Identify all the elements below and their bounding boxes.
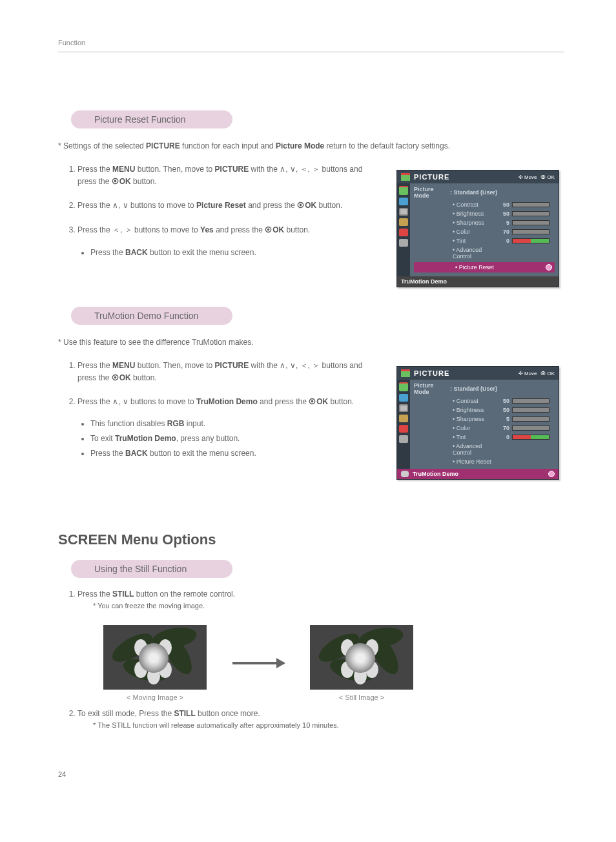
step-2: Press the ∧, ∨ buttons to move to TruMot… <box>77 396 377 460</box>
caption-still: < Still Image > <box>310 693 413 701</box>
label: Advanced Control <box>414 443 498 456</box>
txt: STILL <box>174 709 195 718</box>
val: 50 <box>498 407 509 413</box>
osd-picture-mode: Picture Mode: Standard (User) <box>414 381 555 396</box>
ok-icon: OK <box>297 201 316 210</box>
label: TruMotion Demo <box>413 471 458 477</box>
caption-moving: < Moving Image > <box>103 693 207 701</box>
txt: BACK <box>125 449 148 458</box>
txt: * Settings of the selected <box>58 141 146 150</box>
txt: TruMotion Demo <box>115 434 176 443</box>
sidebar-audio-icon <box>399 198 408 205</box>
label: Brightness <box>414 211 498 217</box>
txt: button. Then, move to <box>135 361 214 370</box>
osd-sharpness: Sharpness5 <box>414 415 555 424</box>
val: 0 <box>498 238 509 244</box>
osd-title: PICTURE <box>414 173 449 181</box>
txt: and press the <box>258 397 309 406</box>
picture-reset-steps: Press the MENU button. Then, move to PIC… <box>58 163 377 259</box>
still-figures: < Moving Image > < Still Image > <box>103 625 564 701</box>
sidebar-picture-icon <box>399 186 408 195</box>
picture-reset-note: * Settings of the selected PICTURE funct… <box>58 141 564 150</box>
label: Tint <box>414 434 498 440</box>
txt: Move <box>524 371 537 376</box>
bar <box>512 416 549 422</box>
sidebar-time-icon <box>399 404 408 412</box>
txt: Yes <box>200 225 214 234</box>
sub3: Press the BACK button to exit the menu s… <box>90 447 377 460</box>
step-1: Press the MENU button. Then, move to PIC… <box>77 360 377 384</box>
txt: To exit <box>90 434 115 443</box>
ok-icon: OK <box>112 373 131 382</box>
section-title-picture-reset: Picture Reset Function <box>71 110 232 128</box>
tint-bar <box>512 435 549 440</box>
step-3-sub: Press the BACK button to exit the menu s… <box>90 247 377 259</box>
txt: BACK <box>125 248 148 257</box>
osd-picture-reset: Picture Reset <box>414 457 555 466</box>
label: Sharpness <box>414 220 498 226</box>
osd-sharpness: Sharpness5 <box>414 218 555 227</box>
bar <box>512 202 549 207</box>
txt: button. <box>284 225 310 234</box>
txt: and press the <box>246 201 297 210</box>
osd-color: Color70 <box>414 227 555 236</box>
sidebar-info-icon <box>399 425 408 433</box>
txt: RGB <box>167 419 185 428</box>
osd-header: PICTURE MoveOK <box>397 367 559 380</box>
osd-color: Color70 <box>414 424 555 433</box>
label: Picture Reset <box>414 458 498 465</box>
bar <box>512 220 549 225</box>
label: Color <box>414 229 498 235</box>
txt: OK <box>547 371 555 376</box>
txt: Press the <box>77 361 112 370</box>
still-step-1-note: * You can freeze the moving image. <box>77 601 564 612</box>
txt: button once more. <box>196 709 260 718</box>
selection-dot-icon <box>548 471 555 477</box>
picture-icon <box>401 173 410 181</box>
osd-brightness: Brightness50 <box>414 209 555 218</box>
still-step-2-note: * The STILL function will release automa… <box>77 720 564 732</box>
txt: Press the ∧, ∨ buttons to move to <box>77 397 196 406</box>
osd-hints: MoveOK <box>518 174 555 180</box>
txt: OK <box>547 174 555 180</box>
osd-sidebar <box>397 380 410 469</box>
osd-tint: Tint0 <box>414 236 555 245</box>
txt: To exit still mode, Press the <box>77 709 174 718</box>
osd-header: PICTURE MoveOK <box>397 170 559 183</box>
osd-contrast: Contrast50 <box>414 200 555 209</box>
val: 70 <box>498 229 509 235</box>
sidebar-time-icon <box>399 208 408 216</box>
osd-advanced: Advanced Control <box>414 442 555 457</box>
txt: Press the ＜, ＞ buttons to move to <box>77 225 200 234</box>
osd-picture-mode: Picture Mode: Standard (User) <box>414 185 555 200</box>
txt: return to the default factory settings. <box>324 141 450 150</box>
sidebar-picture-icon <box>399 382 408 391</box>
txt: PICTURE <box>215 361 249 370</box>
label: Picture Reset <box>416 264 494 271</box>
osd-hints: MoveOK <box>518 371 555 376</box>
txt: button on the remote control. <box>134 590 235 599</box>
arrow-icon <box>232 662 284 664</box>
label: Tint <box>414 238 498 244</box>
label: Sharpness <box>414 416 498 422</box>
txt: and press the <box>214 225 265 234</box>
ok-icon: OK <box>265 225 284 234</box>
ok-icon <box>537 371 547 376</box>
tint-bar <box>512 238 549 243</box>
page-header: Function <box>58 39 564 52</box>
txt: Move <box>524 174 537 180</box>
sidebar-back-icon <box>399 435 408 443</box>
selection-dot-icon <box>546 264 552 271</box>
ok-icon <box>537 174 547 180</box>
txt: button. Then, move to <box>135 165 214 174</box>
txt: PICTURE <box>146 141 180 150</box>
val: 50 <box>498 398 509 404</box>
move-icon <box>518 174 524 180</box>
move-icon <box>518 371 524 376</box>
osd-picture-reset-selected: Picture Reset <box>414 262 555 272</box>
value: : Standard (User) <box>450 385 497 392</box>
moving-image-figure: < Moving Image > <box>103 625 207 701</box>
picture-icon <box>401 369 410 377</box>
label: Picture Mode <box>414 382 450 395</box>
bar <box>512 398 549 404</box>
